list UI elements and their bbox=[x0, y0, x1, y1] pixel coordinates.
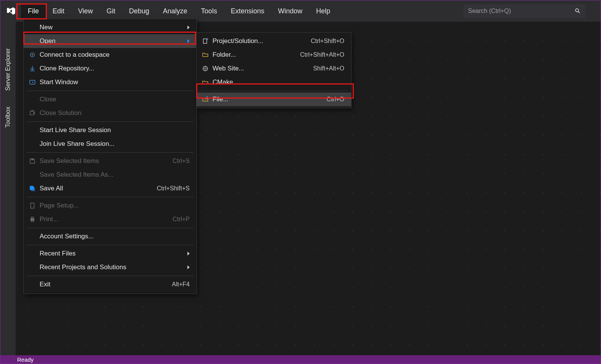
file-save-selected-as: Save Selected Items As... bbox=[24, 168, 197, 182]
blank-icon bbox=[27, 126, 38, 135]
file-open-label: Open bbox=[40, 37, 184, 45]
svg-rect-5 bbox=[30, 70, 35, 71]
file-account-settings[interactable]: Account Settings... bbox=[24, 230, 197, 243]
file-recent-projects-label: Recent Projects and Solutions bbox=[40, 263, 184, 271]
file-new[interactable]: New bbox=[24, 21, 197, 34]
blank-icon bbox=[27, 95, 38, 104]
blank-icon bbox=[27, 37, 38, 46]
open-file[interactable]: File... Ctrl+O bbox=[197, 93, 351, 106]
folder-icon bbox=[200, 50, 211, 59]
blank-icon bbox=[27, 249, 38, 258]
svg-rect-12 bbox=[31, 220, 34, 222]
file-save-selected-label: Save Selected Items bbox=[40, 157, 173, 165]
print-icon bbox=[27, 215, 38, 224]
cmake-icon bbox=[200, 78, 211, 87]
file-close: Close bbox=[24, 93, 197, 106]
file-print-label: Print... bbox=[40, 216, 173, 223]
file-exit[interactable]: Exit Alt+F4 bbox=[24, 278, 197, 291]
file-save-selected: Save Selected Items Ctrl+S bbox=[24, 154, 197, 168]
file-save-all-label: Save All bbox=[40, 185, 157, 192]
menu-help[interactable]: Help bbox=[309, 4, 337, 18]
file-start-window[interactable]: Start Window bbox=[24, 75, 197, 89]
menu-tools[interactable]: Tools bbox=[194, 4, 224, 18]
clone-icon bbox=[27, 64, 38, 73]
menu-file[interactable]: File bbox=[21, 4, 46, 18]
save-icon bbox=[27, 156, 38, 166]
file-close-solution-label: Close Solution bbox=[40, 109, 190, 117]
file-connect-codespace-label: Connect to a codespace bbox=[40, 51, 190, 59]
file-start-window-label: Start Window bbox=[40, 78, 190, 86]
menu-analyze[interactable]: Analyze bbox=[156, 4, 194, 18]
file-close-solution: Close Solution bbox=[24, 106, 197, 120]
file-start-liveshare-label: Start Live Share Session bbox=[40, 126, 190, 134]
open-file-shortcut: Ctrl+O bbox=[326, 96, 344, 103]
open-website-label: Web Site... bbox=[213, 65, 313, 72]
file-print-shortcut: Ctrl+P bbox=[173, 216, 190, 223]
file-save-all-shortcut: Ctrl+Shift+S bbox=[157, 185, 190, 192]
svg-rect-8 bbox=[31, 159, 34, 160]
open-folder[interactable]: Folder... Ctrl+Shift+Alt+O bbox=[197, 48, 351, 62]
menu-git[interactable]: Git bbox=[100, 4, 122, 18]
svg-rect-9 bbox=[31, 203, 34, 208]
blank-icon bbox=[27, 23, 38, 32]
open-folder-shortcut: Ctrl+Shift+Alt+O bbox=[300, 51, 344, 58]
page-setup-icon bbox=[27, 201, 38, 210]
file-start-liveshare[interactable]: Start Live Share Session bbox=[24, 123, 197, 137]
svg-rect-11 bbox=[31, 217, 34, 219]
menu-view[interactable]: View bbox=[71, 4, 100, 18]
menu-separator bbox=[27, 228, 193, 228]
submenu-arrow-icon bbox=[187, 265, 190, 269]
open-file-label: File... bbox=[213, 96, 326, 103]
file-clone-repo[interactable]: Clone Repository... bbox=[24, 62, 197, 75]
sidebar-server-explorer[interactable]: Server Explorer bbox=[4, 46, 12, 93]
sidebar-toolbox[interactable]: Toolbox bbox=[4, 104, 12, 130]
menu-debug[interactable]: Debug bbox=[122, 4, 156, 18]
file-new-label: New bbox=[40, 24, 184, 31]
blank-icon bbox=[27, 139, 38, 148]
menu-separator bbox=[27, 245, 193, 245]
file-recent-files[interactable]: Recent Files bbox=[24, 247, 197, 260]
file-save-selected-as-label: Save Selected Items As... bbox=[40, 171, 190, 179]
file-open-icon bbox=[200, 95, 211, 104]
sidebar: Server Explorer Toolbox bbox=[0, 22, 16, 355]
open-website[interactable]: Web Site... Shift+Alt+O bbox=[197, 62, 351, 75]
project-icon bbox=[200, 37, 211, 46]
menu-edit[interactable]: Edit bbox=[46, 4, 71, 18]
file-connect-codespace[interactable]: Connect to a codespace bbox=[24, 48, 197, 62]
blank-icon bbox=[27, 170, 38, 179]
file-clone-repo-label: Clone Repository... bbox=[40, 65, 190, 72]
search-box[interactable]: Search (Ctrl+Q) bbox=[464, 4, 585, 18]
file-close-label: Close bbox=[40, 96, 190, 103]
open-website-shortcut: Shift+Alt+O bbox=[313, 65, 344, 72]
file-open[interactable]: Open bbox=[24, 34, 197, 48]
submenu-arrow-icon bbox=[187, 252, 190, 255]
vs-logo-icon bbox=[5, 5, 17, 17]
file-join-liveshare-label: Join Live Share Session... bbox=[40, 140, 190, 148]
file-save-selected-shortcut: Ctrl+S bbox=[173, 158, 190, 164]
menu-extensions[interactable]: Extensions bbox=[224, 4, 271, 18]
file-recent-projects[interactable]: Recent Projects and Solutions bbox=[24, 260, 197, 274]
open-project-label: Project/Solution... bbox=[213, 37, 311, 45]
close-solution-icon bbox=[27, 109, 38, 118]
search-placeholder: Search (Ctrl+Q) bbox=[468, 8, 511, 14]
menu-window[interactable]: Window bbox=[271, 4, 309, 18]
open-submenu: Project/Solution... Ctrl+Shift+O Folder.… bbox=[196, 32, 352, 108]
file-save-all[interactable]: Save All Ctrl+Shift+S bbox=[24, 182, 197, 195]
file-exit-label: Exit bbox=[40, 281, 172, 288]
file-page-setup-label: Page Setup... bbox=[40, 202, 190, 209]
search-icon bbox=[575, 8, 581, 14]
menu-separator bbox=[27, 91, 193, 91]
menu-separator bbox=[27, 121, 193, 122]
save-all-icon bbox=[27, 184, 38, 193]
open-cmake[interactable]: CMake... bbox=[197, 75, 351, 89]
open-folder-label: Folder... bbox=[213, 51, 300, 59]
file-exit-shortcut: Alt+F4 bbox=[172, 281, 190, 288]
open-cmake-label: CMake... bbox=[213, 78, 344, 86]
file-join-liveshare[interactable]: Join Live Share Session... bbox=[24, 137, 197, 151]
menu-separator bbox=[27, 152, 193, 153]
svg-rect-13 bbox=[203, 39, 207, 43]
menu-separator bbox=[200, 91, 348, 91]
open-project-solution[interactable]: Project/Solution... Ctrl+Shift+O bbox=[197, 34, 351, 48]
svg-point-4 bbox=[32, 54, 33, 56]
codespace-icon bbox=[27, 50, 38, 59]
